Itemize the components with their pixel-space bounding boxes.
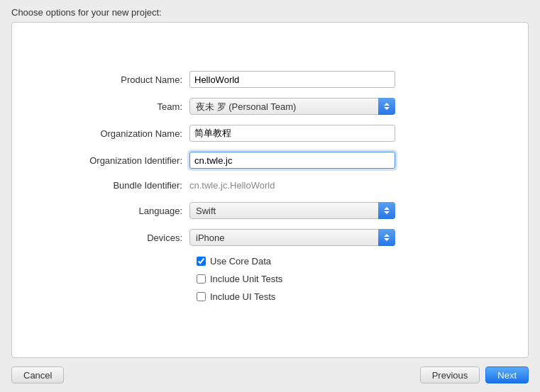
org-name-label: Organization Name: (55, 128, 189, 139)
include-unit-tests-row: Include Unit Tests (197, 274, 485, 284)
product-name-input[interactable] (189, 71, 395, 88)
include-ui-tests-label[interactable]: Include UI Tests (210, 291, 275, 302)
include-unit-tests-label[interactable]: Include Unit Tests (210, 274, 282, 284)
window-title: Choose options for your new project: (11, 7, 162, 18)
bottom-bar: Cancel Previous Next (0, 358, 540, 392)
title-bar: Choose options for your new project: (0, 0, 540, 22)
team-select[interactable]: 夜未 罗 (Personal Team) (189, 98, 395, 115)
devices-select-wrapper: iPhone iPad Universal (189, 229, 395, 246)
include-unit-tests-checkbox[interactable] (197, 274, 206, 284)
bundle-id-value: cn.twle.jc.HelloWorld (189, 179, 275, 192)
use-core-data-label[interactable]: Use Core Data (210, 256, 271, 267)
language-label: Language: (55, 206, 189, 216)
window: Choose options for your new project: Pro… (0, 0, 540, 392)
use-core-data-checkbox[interactable] (197, 257, 206, 266)
include-ui-tests-checkbox[interactable] (197, 292, 206, 301)
main-panel: Product Name: Team: 夜未 罗 (Personal Team)… (11, 22, 529, 358)
bundle-id-row: Bundle Identifier: cn.twle.jc.HelloWorld (55, 179, 485, 192)
org-name-row: Organization Name: (55, 125, 485, 142)
team-row: Team: 夜未 罗 (Personal Team) (55, 98, 485, 115)
product-name-row: Product Name: (55, 71, 485, 88)
next-button[interactable]: Next (485, 366, 529, 383)
include-ui-tests-row: Include UI Tests (197, 291, 485, 302)
org-id-input[interactable] (189, 152, 395, 169)
devices-row: Devices: iPhone iPad Universal (55, 229, 485, 246)
bundle-id-label: Bundle Identifier: (55, 180, 189, 191)
form-container: Product Name: Team: 夜未 罗 (Personal Team)… (12, 50, 528, 330)
language-row: Language: Swift Objective-C (55, 202, 485, 219)
org-id-label: Organization Identifier: (55, 155, 189, 166)
product-name-label: Product Name: (55, 74, 189, 85)
team-label: Team: (55, 101, 189, 112)
devices-label: Devices: (55, 233, 189, 243)
language-select-wrapper: Swift Objective-C (189, 202, 395, 219)
use-core-data-row: Use Core Data (197, 256, 485, 267)
org-name-input[interactable] (189, 125, 395, 142)
devices-select[interactable]: iPhone iPad Universal (189, 229, 395, 246)
previous-button[interactable]: Previous (420, 366, 480, 383)
org-id-row: Organization Identifier: (55, 152, 485, 169)
team-select-wrapper: 夜未 罗 (Personal Team) (189, 98, 395, 115)
nav-buttons: Previous Next (420, 366, 529, 383)
cancel-button[interactable]: Cancel (11, 366, 64, 383)
language-select[interactable]: Swift Objective-C (189, 202, 395, 219)
